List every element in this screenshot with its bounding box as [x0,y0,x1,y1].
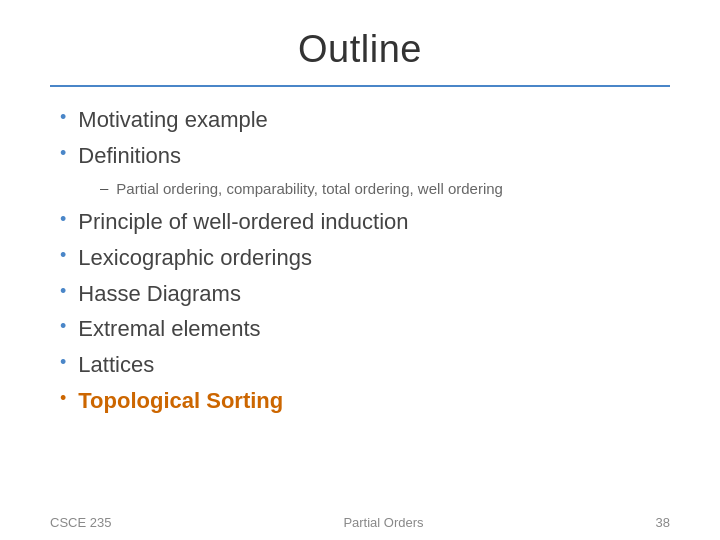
divider [50,85,670,87]
footer: CSCE 235 Partial Orders 38 [50,507,670,540]
bullet-icon-7: • [60,352,66,373]
bullet-text-topological: Topological Sorting [78,386,283,416]
bullet-topological: • Topological Sorting [60,386,670,416]
bullet-icon-1: • [60,107,66,128]
bullet-text-lattices: Lattices [78,350,154,380]
bullet-icon-4: • [60,245,66,266]
bullet-hasse: • Hasse Diagrams [60,279,670,309]
bullet-icon-8: • [60,388,66,409]
sub-item-definitions: – Partial ordering, comparability, total… [100,178,670,199]
bullet-motivating: • Motivating example [60,105,670,135]
footer-page: 38 [656,515,670,530]
slide: Outline • Motivating example • Definitio… [0,0,720,540]
bullet-icon-6: • [60,316,66,337]
sub-dash: – [100,179,108,196]
bullet-text-lexicographic: Lexicographic orderings [78,243,312,273]
bullet-text-hasse: Hasse Diagrams [78,279,241,309]
bullet-text-motivating: Motivating example [78,105,268,135]
bullet-text-principle: Principle of well-ordered induction [78,207,408,237]
bullet-icon-3: • [60,209,66,230]
title-area: Outline [50,0,670,81]
bullet-principle: • Principle of well-ordered induction [60,207,670,237]
bullet-lexicographic: • Lexicographic orderings [60,243,670,273]
bullet-lattices: • Lattices [60,350,670,380]
slide-title: Outline [50,28,670,71]
footer-course: CSCE 235 [50,515,111,530]
footer-topic: Partial Orders [343,515,423,530]
sub-text: Partial ordering, comparability, total o… [116,178,503,199]
bullet-definitions: • Definitions [60,141,670,171]
bullet-extremal: • Extremal elements [60,314,670,344]
bullet-icon-2: • [60,143,66,164]
bullet-text-definitions: Definitions [78,141,181,171]
content-area: • Motivating example • Definitions – Par… [50,105,670,507]
bullet-icon-5: • [60,281,66,302]
bullet-text-extremal: Extremal elements [78,314,260,344]
